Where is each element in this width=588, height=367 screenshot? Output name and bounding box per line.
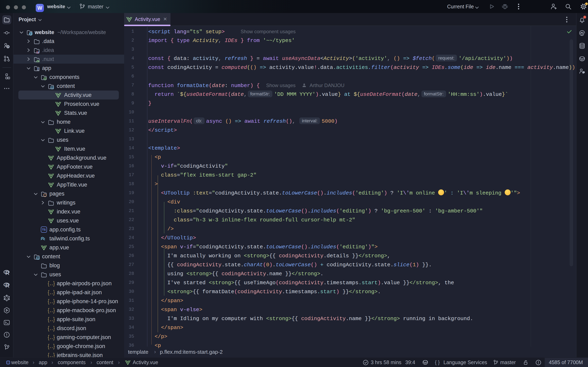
svg-text:R: R [5,270,9,276]
svg-text:{..}: {..} [48,325,55,332]
svg-text:{..}: {..} [48,308,55,314]
svg-text:{..}: {..} [48,317,55,323]
svg-text:{..}: {..} [48,299,55,305]
svg-text:I: I [36,50,38,53]
svg-text:{..}: {..} [48,281,55,287]
svg-text:{..}: {..} [48,343,55,350]
svg-text:{..}: {..} [48,334,55,341]
svg-text:{..}: {..} [48,290,55,296]
svg-text:J: J [38,50,39,53]
svg-text:R: R [5,282,9,289]
svg-text:?: ? [7,45,9,48]
svg-text:{..}: {..} [48,352,55,358]
